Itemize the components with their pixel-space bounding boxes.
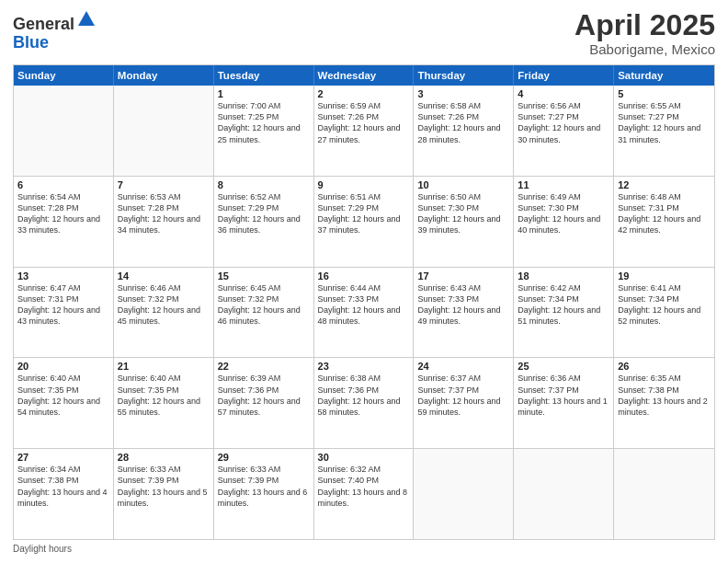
logo-blue-text: Blue	[13, 34, 97, 52]
calendar-cell: 12Sunrise: 6:48 AM Sunset: 7:31 PM Dayli…	[614, 177, 714, 267]
cell-info: Sunrise: 6:55 AM Sunset: 7:27 PM Dayligh…	[618, 100, 711, 145]
cell-info: Sunrise: 6:37 AM Sunset: 7:37 PM Dayligh…	[417, 373, 509, 418]
calendar-cell: 26Sunrise: 6:35 AM Sunset: 7:38 PM Dayli…	[614, 358, 714, 448]
day-number: 1	[218, 88, 310, 99]
footer-note: Daylight hours	[13, 544, 715, 554]
day-number: 30	[318, 452, 410, 463]
calendar-cell: 3Sunrise: 6:58 AM Sunset: 7:26 PM Daylig…	[414, 86, 514, 176]
calendar-cell: 24Sunrise: 6:37 AM Sunset: 7:37 PM Dayli…	[414, 358, 514, 448]
day-number: 16	[318, 270, 410, 282]
calendar-cell	[414, 449, 514, 539]
calendar-row: 13Sunrise: 6:47 AM Sunset: 7:31 PM Dayli…	[14, 268, 714, 359]
calendar-header-cell: Monday	[114, 65, 214, 86]
calendar-row: 1Sunrise: 7:00 AM Sunset: 7:25 PM Daylig…	[14, 86, 714, 177]
calendar-cell: 7Sunrise: 6:53 AM Sunset: 7:28 PM Daylig…	[114, 177, 214, 267]
cell-info: Sunrise: 6:33 AM Sunset: 7:39 PM Dayligh…	[218, 464, 310, 509]
calendar-header-row: SundayMondayTuesdayWednesdayThursdayFrid…	[14, 65, 714, 86]
calendar-cell: 5Sunrise: 6:55 AM Sunset: 7:27 PM Daylig…	[614, 86, 714, 176]
cell-info: Sunrise: 6:45 AM Sunset: 7:32 PM Dayligh…	[218, 282, 310, 327]
day-number: 13	[17, 270, 109, 282]
cell-info: Sunrise: 6:36 AM Sunset: 7:37 PM Dayligh…	[518, 373, 609, 418]
title-month: April 2025	[574, 9, 715, 41]
logo-icon	[76, 9, 97, 29]
day-number: 25	[518, 361, 609, 372]
cell-info: Sunrise: 6:42 AM Sunset: 7:34 PM Dayligh…	[518, 282, 609, 327]
day-number: 5	[618, 88, 711, 99]
cell-info: Sunrise: 6:40 AM Sunset: 7:35 PM Dayligh…	[17, 373, 109, 418]
cell-info: Sunrise: 6:32 AM Sunset: 7:40 PM Dayligh…	[318, 464, 410, 509]
cell-info: Sunrise: 6:50 AM Sunset: 7:30 PM Dayligh…	[417, 191, 509, 236]
day-number: 8	[218, 179, 310, 190]
calendar-cell: 6Sunrise: 6:54 AM Sunset: 7:28 PM Daylig…	[14, 177, 114, 267]
day-number: 14	[118, 270, 210, 282]
cell-info: Sunrise: 6:59 AM Sunset: 7:26 PM Dayligh…	[318, 100, 410, 145]
day-number: 22	[218, 361, 310, 372]
cell-info: Sunrise: 6:51 AM Sunset: 7:29 PM Dayligh…	[318, 191, 410, 236]
day-number: 26	[618, 361, 711, 372]
calendar-cell: 28Sunrise: 6:33 AM Sunset: 7:39 PM Dayli…	[114, 449, 214, 539]
calendar-row: 20Sunrise: 6:40 AM Sunset: 7:35 PM Dayli…	[14, 358, 714, 449]
calendar-cell: 2Sunrise: 6:59 AM Sunset: 7:26 PM Daylig…	[314, 86, 415, 176]
calendar-header-cell: Saturday	[614, 65, 714, 86]
calendar-cell: 16Sunrise: 6:44 AM Sunset: 7:33 PM Dayli…	[314, 268, 415, 358]
calendar-cell: 13Sunrise: 6:47 AM Sunset: 7:31 PM Dayli…	[14, 268, 114, 358]
calendar-cell: 15Sunrise: 6:45 AM Sunset: 7:32 PM Dayli…	[214, 268, 314, 358]
day-number: 12	[618, 179, 711, 190]
header: General Blue April 2025 Baborigame, Mexi…	[13, 9, 715, 57]
cell-info: Sunrise: 6:53 AM Sunset: 7:28 PM Dayligh…	[118, 191, 210, 236]
day-number: 11	[518, 179, 609, 190]
title-block: April 2025 Baborigame, Mexico	[574, 9, 715, 57]
logo: General Blue	[13, 9, 97, 52]
calendar: SundayMondayTuesdayWednesdayThursdayFrid…	[13, 64, 715, 540]
calendar-cell: 14Sunrise: 6:46 AM Sunset: 7:32 PM Dayli…	[114, 268, 214, 358]
calendar-cell: 1Sunrise: 7:00 AM Sunset: 7:25 PM Daylig…	[214, 86, 314, 176]
cell-info: Sunrise: 6:56 AM Sunset: 7:27 PM Dayligh…	[518, 100, 609, 145]
cell-info: Sunrise: 6:35 AM Sunset: 7:38 PM Dayligh…	[618, 373, 711, 418]
day-number: 21	[118, 361, 210, 372]
day-number: 24	[417, 361, 509, 372]
calendar-cell: 22Sunrise: 6:39 AM Sunset: 7:36 PM Dayli…	[214, 358, 314, 448]
cell-info: Sunrise: 6:49 AM Sunset: 7:30 PM Dayligh…	[518, 191, 609, 236]
calendar-cell: 9Sunrise: 6:51 AM Sunset: 7:29 PM Daylig…	[314, 177, 415, 267]
calendar-header-cell: Friday	[514, 65, 614, 86]
calendar-cell: 30Sunrise: 6:32 AM Sunset: 7:40 PM Dayli…	[314, 449, 415, 539]
calendar-cell: 17Sunrise: 6:43 AM Sunset: 7:33 PM Dayli…	[414, 268, 514, 358]
cell-info: Sunrise: 6:54 AM Sunset: 7:28 PM Dayligh…	[17, 191, 109, 236]
cell-info: Sunrise: 6:47 AM Sunset: 7:31 PM Dayligh…	[17, 282, 109, 327]
cell-info: Sunrise: 6:46 AM Sunset: 7:32 PM Dayligh…	[118, 282, 210, 327]
calendar-cell: 11Sunrise: 6:49 AM Sunset: 7:30 PM Dayli…	[514, 177, 614, 267]
calendar-header-cell: Wednesday	[314, 65, 415, 86]
calendar-cell: 29Sunrise: 6:33 AM Sunset: 7:39 PM Dayli…	[214, 449, 314, 539]
day-number: 19	[618, 270, 711, 282]
calendar-row: 27Sunrise: 6:34 AM Sunset: 7:38 PM Dayli…	[14, 449, 714, 539]
day-number: 7	[118, 179, 210, 190]
calendar-cell: 20Sunrise: 6:40 AM Sunset: 7:35 PM Dayli…	[14, 358, 114, 448]
calendar-header-cell: Tuesday	[214, 65, 314, 86]
calendar-cell: 18Sunrise: 6:42 AM Sunset: 7:34 PM Dayli…	[514, 268, 614, 358]
logo-blue: Blue	[13, 33, 49, 52]
day-number: 2	[318, 88, 410, 99]
cell-info: Sunrise: 6:48 AM Sunset: 7:31 PM Dayligh…	[618, 191, 711, 236]
cell-info: Sunrise: 6:44 AM Sunset: 7:33 PM Dayligh…	[318, 282, 410, 327]
logo-text: General	[13, 9, 97, 34]
day-number: 6	[17, 179, 109, 190]
day-number: 9	[318, 179, 410, 190]
calendar-cell	[14, 86, 114, 176]
calendar-cell	[614, 449, 714, 539]
calendar-cell: 25Sunrise: 6:36 AM Sunset: 7:37 PM Dayli…	[514, 358, 614, 448]
calendar-cell: 19Sunrise: 6:41 AM Sunset: 7:34 PM Dayli…	[614, 268, 714, 358]
calendar-row: 6Sunrise: 6:54 AM Sunset: 7:28 PM Daylig…	[14, 177, 714, 268]
calendar-cell: 21Sunrise: 6:40 AM Sunset: 7:35 PM Dayli…	[114, 358, 214, 448]
day-number: 4	[518, 88, 609, 99]
calendar-cell: 10Sunrise: 6:50 AM Sunset: 7:30 PM Dayli…	[414, 177, 514, 267]
day-number: 27	[17, 452, 109, 463]
calendar-cell: 8Sunrise: 6:52 AM Sunset: 7:29 PM Daylig…	[214, 177, 314, 267]
calendar-cell	[114, 86, 214, 176]
calendar-cell: 27Sunrise: 6:34 AM Sunset: 7:38 PM Dayli…	[14, 449, 114, 539]
day-number: 29	[218, 452, 310, 463]
calendar-cell: 23Sunrise: 6:38 AM Sunset: 7:36 PM Dayli…	[314, 358, 415, 448]
calendar-cell	[514, 449, 614, 539]
cell-info: Sunrise: 6:52 AM Sunset: 7:29 PM Dayligh…	[218, 191, 310, 236]
cell-info: Sunrise: 6:34 AM Sunset: 7:38 PM Dayligh…	[17, 464, 109, 509]
day-number: 10	[417, 179, 509, 190]
